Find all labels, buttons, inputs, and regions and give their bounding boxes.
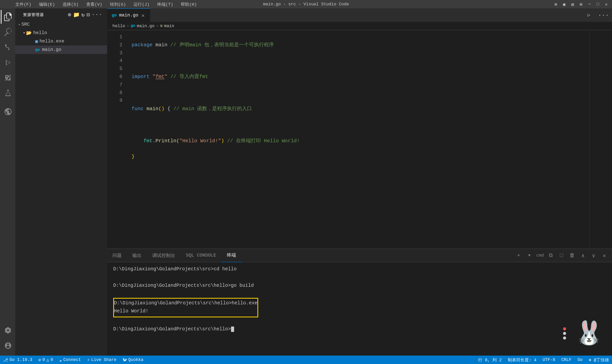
tab-close-icon[interactable]: ✕ — [141, 12, 145, 19]
status-indent[interactable]: 制表符长度: 4 — [505, 356, 540, 364]
code-content[interactable]: package main // 声明main 包，表明当前是一个可执行程序 im… — [125, 30, 589, 248]
liveshare-label: Live Share — [91, 358, 117, 362]
breadcrumb: hello › go main.go › ⊙ main — [107, 22, 612, 30]
new-folder-icon[interactable]: 📁 — [73, 12, 80, 18]
hello-arrow-icon: ▾ — [23, 31, 25, 35]
status-branch[interactable]: ⎇ Go 1.19.3 — [0, 356, 35, 364]
breadcrumb-file[interactable]: main.go — [137, 24, 154, 28]
tab-main-go[interactable]: go main.go ✕ — [107, 8, 150, 22]
tree-hello-folder[interactable]: ▾ 📂 hello — [15, 29, 107, 37]
tree-src-root[interactable]: ▸ SRC — [15, 20, 107, 29]
term-line-blank-2 — [113, 290, 606, 298]
status-liveshare[interactable]: ⚡ Live Share — [84, 356, 119, 364]
menu-run[interactable]: 运行(J) — [132, 0, 151, 8]
panel-chevron-up-icon[interactable]: ∧ — [578, 251, 587, 260]
terminal-panel: 问题 输出 调试控制台 SQL CONSOLE 终端 + ▼ cmd ⧉ □ 🗑… — [107, 248, 612, 356]
status-bar-left: ⎇ Go 1.19.3 ⊘ 0 △ 0 ☁ Connect ⚡ Live Sha… — [0, 356, 146, 364]
panel-toggle-icon[interactable]: ▤ — [570, 1, 575, 7]
new-file-icon[interactable]: ⊕ — [68, 12, 71, 18]
error-icon: ⊘ — [39, 357, 41, 362]
term-line-2: D:\DingJiaxiong\GolandProjects\src\hello… — [113, 282, 606, 290]
status-notifications[interactable]: ⊕ @丁佳雄 — [585, 356, 612, 364]
activity-explorer[interactable] — [1, 10, 14, 24]
terminal-dropdown-icon[interactable]: ▼ — [525, 251, 534, 260]
sidebar-header: 资源管理器 ⊕ 📁 ↻ ⊟ ··· — [15, 8, 107, 20]
split-terminal-icon[interactable]: ⧉ — [546, 251, 555, 260]
breadcrumb-sep-1: › — [127, 24, 129, 28]
tab-output[interactable]: 输出 — [127, 249, 147, 262]
more-button[interactable]: ··· — [595, 8, 612, 22]
menu-view[interactable]: 查看(V) — [85, 0, 104, 8]
terminal-content[interactable]: D:\DingJiaxiong\GolandProjects\src>cd he… — [107, 262, 612, 356]
src-arrow-icon: ▸ — [18, 22, 21, 27]
status-quokka[interactable]: 🐿 Quokka — [120, 356, 146, 364]
term-line-1: D:\DingJiaxiong\GolandProjects\src>cd he… — [113, 265, 606, 273]
go-version: Go 1.19.3 — [10, 358, 32, 362]
connect-label: Connect — [63, 358, 81, 362]
term-hello-world: Hello World! — [114, 309, 148, 314]
activity-account[interactable] — [1, 339, 14, 352]
layout-icon[interactable]: ⊞ — [553, 1, 559, 7]
menu-edit[interactable]: 编辑(E) — [38, 0, 57, 8]
close-panel-icon[interactable]: ✕ — [600, 251, 609, 260]
status-connect[interactable]: ☁ Connect — [56, 356, 84, 364]
tree-main-go[interactable]: go main.go — [15, 46, 107, 54]
new-terminal-icon[interactable]: + — [514, 251, 523, 260]
editor-area: go main.go ✕ ▷ ··· hello › go main.go › … — [107, 8, 612, 356]
activity-run[interactable] — [1, 56, 14, 70]
tab-debug-console[interactable]: 调试控制台 — [147, 249, 181, 262]
status-eol[interactable]: CRLF — [558, 356, 574, 364]
menu-select[interactable]: 选择(S) — [61, 0, 80, 8]
activity-test[interactable] — [1, 86, 14, 100]
breadcrumb-hello[interactable]: hello — [112, 24, 125, 28]
run-button[interactable]: ▷ — [583, 8, 595, 22]
close-button[interactable]: ✕ — [604, 1, 609, 7]
more-actions-icon[interactable]: ··· — [92, 12, 103, 18]
status-encoding[interactable]: UTF-8 — [540, 356, 558, 364]
error-count: 0 — [42, 358, 45, 362]
activity-source-control[interactable] — [1, 40, 14, 54]
tab-terminal[interactable]: 终端 — [222, 249, 241, 262]
menu-help[interactable]: 帮助(H) — [179, 0, 198, 8]
activity-search[interactable] — [1, 25, 14, 39]
folder-icon: 📂 — [26, 30, 32, 36]
menu-terminal[interactable]: 终端(T) — [156, 0, 175, 8]
activity-remote[interactable] — [1, 105, 14, 118]
activity-extensions[interactable] — [1, 71, 14, 85]
code-editor[interactable]: 1234 56789 package main // 声明main 包，表明当前… — [107, 30, 612, 248]
restore-button[interactable]: □ — [595, 1, 600, 7]
maximize-panel-icon[interactable]: □ — [557, 251, 566, 260]
refresh-icon[interactable]: ↻ — [81, 12, 85, 18]
tab-bar: go main.go ✕ ▷ ··· — [107, 8, 612, 22]
term-line-highlight: D:\DingJiaxiong\GolandProjects\src\hello… — [113, 298, 606, 317]
term-highlight-block: D:\DingJiaxiong\GolandProjects\src\hello… — [113, 298, 258, 317]
breadcrumb-go-icon: go — [131, 24, 135, 28]
src-label: SRC — [21, 22, 30, 27]
term-line-blank-1 — [113, 273, 606, 282]
exe-file-icon: ▣ — [35, 39, 38, 44]
collapse-all-icon[interactable]: ⊟ — [87, 12, 90, 18]
go-file-icon: go — [35, 48, 40, 52]
status-cursor-pos[interactable]: 行 8, 列 2 — [475, 356, 505, 364]
sidebar: 资源管理器 ⊕ 📁 ↻ ⊟ ··· ▸ SRC ▾ 📂 hello ▣ — [15, 8, 107, 356]
status-errors[interactable]: ⊘ 0 △ 0 — [35, 356, 56, 364]
file-tree: ▸ SRC ▾ 📂 hello ▣ hello.exe go main.go — [15, 20, 107, 356]
term-line-blank-3 — [113, 317, 606, 325]
tree-hello-exe[interactable]: ▣ hello.exe — [15, 37, 107, 46]
layout-toggle-icon[interactable]: ⊠ — [578, 1, 584, 7]
tab-problems[interactable]: 问题 — [107, 249, 127, 262]
activity-settings[interactable] — [1, 324, 14, 337]
minimize-button[interactable]: ─ — [587, 1, 592, 7]
status-language[interactable]: Go — [574, 356, 585, 364]
hello-folder-label: hello — [33, 30, 47, 36]
menu-bar: 文件(F) 编辑(E) 选择(S) 查看(V) 转到(G) 运行(J) 终端(T… — [3, 0, 198, 8]
menu-file[interactable]: 文件(F) — [14, 0, 33, 8]
breadcrumb-func[interactable]: main — [164, 24, 174, 28]
main-layout: 资源管理器 ⊕ 📁 ↻ ⊟ ··· ▸ SRC ▾ 📂 hello ▣ — [0, 8, 612, 356]
sidebar-toggle-icon[interactable]: ▣ — [561, 1, 567, 7]
panel-chevron-down-icon[interactable]: ∨ — [589, 251, 598, 260]
menu-goto[interactable]: 转到(G) — [108, 0, 128, 8]
status-bar: ⎇ Go 1.19.3 ⊘ 0 △ 0 ☁ Connect ⚡ Live Sha… — [0, 356, 612, 364]
kill-terminal-icon[interactable]: 🗑 — [568, 251, 577, 260]
tab-sql-console[interactable]: SQL CONSOLE — [181, 249, 222, 262]
